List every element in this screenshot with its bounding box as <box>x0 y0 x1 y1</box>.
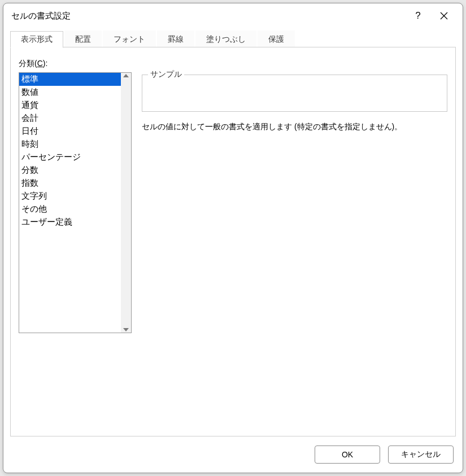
scroll-down-icon <box>123 328 129 331</box>
category-item[interactable]: その他 <box>19 203 121 216</box>
category-item[interactable]: パーセンテージ <box>19 151 121 164</box>
tab-4[interactable]: 塗りつぶし <box>195 30 256 47</box>
format-description: セルの値に対して一般の書式を適用します (特定の書式を指定しません)。 <box>142 122 447 132</box>
help-icon: ? <box>415 10 420 21</box>
tab-0[interactable]: 表示形式 <box>10 31 63 48</box>
details-column: サンプル セルの値に対して一般の書式を適用します (特定の書式を指定しません)。 <box>142 72 447 422</box>
sample-value <box>142 75 447 85</box>
sample-legend: サンプル <box>148 69 184 80</box>
category-item[interactable]: 分数 <box>19 164 121 177</box>
category-item[interactable]: 会計 <box>19 112 121 125</box>
category-item[interactable]: 日付 <box>19 125 121 138</box>
tab-5[interactable]: 保護 <box>258 30 295 47</box>
main-columns: 標準数値通貨会計日付時刻パーセンテージ分数指数文字列その他ユーザー定義 サンプル… <box>19 72 447 422</box>
category-label: 分類(C): <box>19 59 447 69</box>
tab-3[interactable]: 罫線 <box>157 30 194 47</box>
category-item[interactable]: ユーザー定義 <box>19 216 121 229</box>
ok-button[interactable]: OK <box>315 446 380 464</box>
category-item[interactable]: 時刻 <box>19 138 121 151</box>
close-icon <box>440 12 448 20</box>
close-button[interactable] <box>431 7 457 25</box>
titlebar: セルの書式設定 ? <box>3 3 463 28</box>
tabstrip: 表示形式配置フォント罫線塗りつぶし保護 <box>10 28 456 47</box>
tab-2[interactable]: フォント <box>103 30 156 47</box>
tab-panel-number: 分類(C): 標準数値通貨会計日付時刻パーセンテージ分数指数文字列その他ユーザー… <box>10 47 456 436</box>
sample-group: サンプル <box>142 75 447 112</box>
category-item[interactable]: 指数 <box>19 177 121 190</box>
format-cells-dialog: セルの書式設定 ? 表示形式配置フォント罫線塗りつぶし保護 分類(C): 標準数… <box>3 3 463 473</box>
dialog-title: セルの書式設定 <box>11 11 71 21</box>
tab-1[interactable]: 配置 <box>64 30 102 47</box>
cancel-button[interactable]: キャンセル <box>388 446 454 464</box>
category-item[interactable]: 文字列 <box>19 190 121 203</box>
category-item[interactable]: 通貨 <box>19 99 121 112</box>
category-item[interactable]: 数値 <box>19 86 121 99</box>
dialog-body: 表示形式配置フォント罫線塗りつぶし保護 分類(C): 標準数値通貨会計日付時刻パ… <box>3 28 463 473</box>
category-item[interactable]: 標準 <box>19 73 121 86</box>
category-listbox[interactable]: 標準数値通貨会計日付時刻パーセンテージ分数指数文字列その他ユーザー定義 <box>19 72 132 333</box>
scroll-up-icon <box>123 74 129 77</box>
dialog-buttons: OK キャンセル <box>10 436 456 466</box>
help-button[interactable]: ? <box>405 7 431 25</box>
scrollbar[interactable] <box>121 73 131 333</box>
